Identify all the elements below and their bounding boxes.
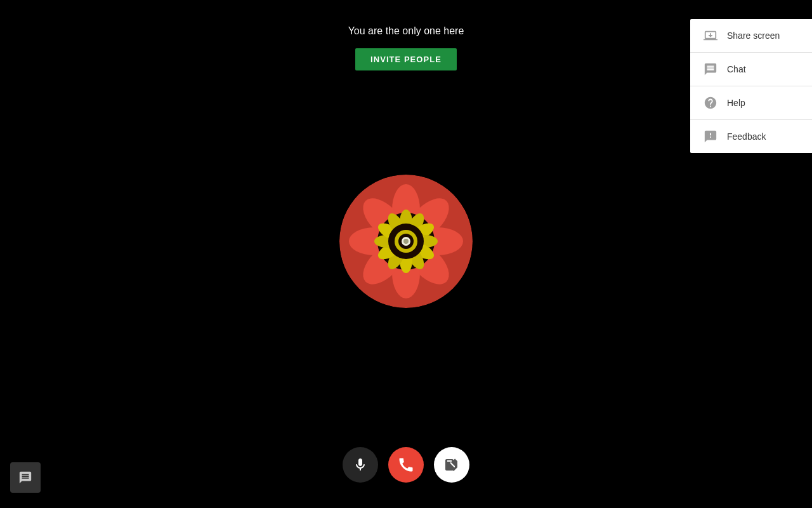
help-label: Help [727, 98, 745, 108]
share-screen-label: Share screen [727, 30, 780, 41]
hangup-button[interactable] [388, 447, 424, 483]
chat-label: Chat [727, 64, 746, 74]
invite-people-button[interactable]: INVITE PEOPLE [355, 48, 457, 70]
menu-item-chat[interactable]: Chat [690, 53, 812, 86]
menu-item-feedback[interactable]: Feedback [690, 120, 812, 153]
share-screen-icon [703, 28, 718, 43]
avatar [339, 175, 473, 308]
video-button[interactable] [434, 447, 469, 483]
feedback-icon [703, 129, 718, 144]
right-panel-menu: Share screen Chat Help Feedback [690, 19, 812, 153]
video-off-icon [444, 457, 459, 472]
help-icon [703, 95, 718, 110]
svg-point-26 [403, 239, 409, 244]
feedback-label: Feedback [727, 131, 766, 142]
status-text: You are the only one here [348, 25, 464, 37]
microphone-icon [353, 457, 368, 472]
mic-button[interactable] [343, 447, 378, 483]
chat-bottom-button[interactable] [10, 462, 41, 493]
hangup-icon [397, 456, 415, 474]
chat-bubble-icon [18, 471, 32, 485]
chat-panel-icon [703, 62, 718, 77]
menu-item-help[interactable]: Help [690, 86, 812, 120]
menu-item-share-screen[interactable]: Share screen [690, 19, 812, 53]
bottom-controls [343, 447, 469, 483]
